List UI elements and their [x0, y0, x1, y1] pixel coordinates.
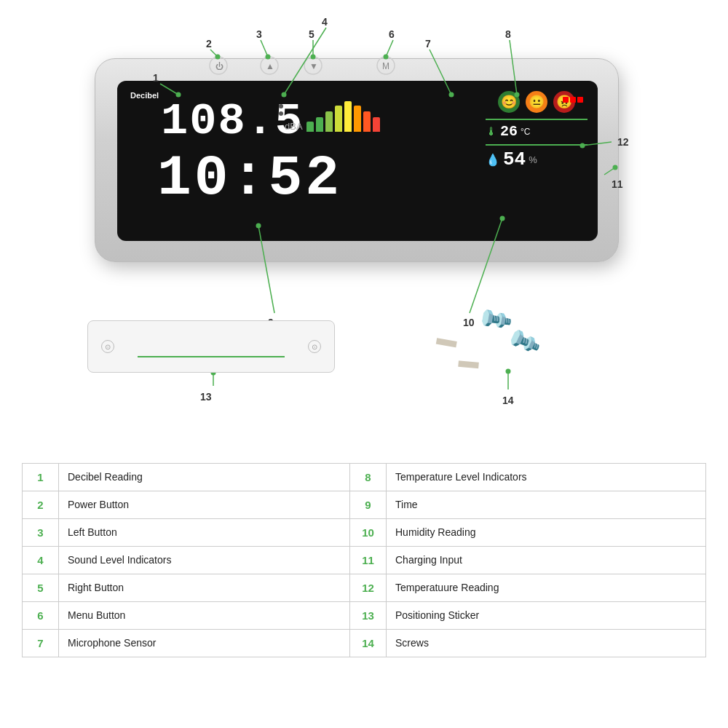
- anchor-2: ▬: [458, 349, 480, 373]
- table-area: 1 Decibel Reading 8 Temperature Level In…: [22, 463, 706, 657]
- sticker-hole-right: ⊙: [308, 340, 321, 353]
- sound-bars: [306, 101, 380, 132]
- svg-line-11: [210, 50, 218, 57]
- hum-unit: %: [529, 154, 537, 165]
- table-row: 5 Right Button 12 Temperatuure Reading: [23, 574, 705, 602]
- diagram-area: Decibel 108.5 dBA: [0, 0, 728, 459]
- table-row: 7 Microphone Sensor 14 Screws: [23, 630, 705, 657]
- sticker-line: [138, 356, 285, 357]
- row-num-left: 7: [23, 630, 59, 657]
- row-num-right: 11: [350, 547, 387, 574]
- row-label-left: Sound Level Indicators: [59, 547, 350, 574]
- row-num-right: 9: [350, 491, 387, 518]
- row-label-left: Decibel Reading: [59, 464, 350, 491]
- screen: Decibel 108.5 dBA: [117, 81, 598, 241]
- row-label-right: Screws: [387, 630, 705, 657]
- table-row: 2 Power Button 9 Time: [23, 491, 705, 519]
- row-num-right: 14: [350, 630, 387, 657]
- svg-text:6: 6: [389, 28, 395, 40]
- row-label-right: Temperatuure Reading: [387, 574, 705, 601]
- row-label-left: Menu Button: [59, 602, 350, 629]
- temp-row: 🌡 26 °C: [486, 119, 587, 140]
- mood-happy: 😊: [498, 91, 520, 113]
- svg-text:12: 12: [617, 136, 629, 148]
- table-row: 6 Menu Button 13 Positioning Sticker: [23, 602, 705, 630]
- row-num-right: 13: [350, 602, 387, 629]
- row-num-left: 4: [23, 547, 59, 574]
- hum-icon: 💧: [486, 153, 500, 167]
- row-num-right: 10: [350, 519, 387, 546]
- svg-text:5: 5: [309, 28, 314, 40]
- row-num-left: 6: [23, 602, 59, 629]
- row-label-right: Time: [387, 491, 705, 518]
- table-row: 3 Left Button 10 Humidity Reading: [23, 519, 705, 547]
- row-label-right: Charging Input: [387, 547, 705, 574]
- row-label-right: Humidity Reading: [387, 519, 705, 546]
- row-num-left: 1: [23, 464, 59, 491]
- temp-unit: °C: [521, 127, 530, 137]
- db-unit: dBA: [285, 121, 303, 132]
- row-label-right: Temperature Level Indicators: [387, 464, 705, 491]
- row-num-left: 5: [23, 574, 59, 601]
- svg-text:13: 13: [200, 391, 212, 403]
- time-display: 10:52: [157, 146, 342, 210]
- row-num-right: 8: [350, 464, 387, 491]
- anchor-1: ▬: [435, 326, 459, 352]
- db-label: Decibel: [130, 91, 159, 100]
- row-label-left: Left Button: [59, 519, 350, 546]
- hum-row: 💧 54 %: [486, 144, 587, 170]
- red-indicator: [563, 97, 583, 103]
- temp-value: 26: [500, 123, 518, 140]
- svg-text:7: 7: [425, 38, 431, 50]
- screw-2: 🔩: [506, 323, 543, 359]
- row-label-left: Power Button: [59, 491, 350, 518]
- positioning-sticker: ⊙ ⊙: [87, 320, 335, 373]
- screws-group: 🔩 🔩 ▬ ▬: [430, 306, 575, 400]
- svg-text:3: 3: [256, 28, 262, 40]
- two-dots: [279, 104, 283, 116]
- device-body: Decibel 108.5 dBA: [95, 58, 619, 262]
- row-label-right: Positioning Sticker: [387, 602, 705, 629]
- row-num-left: 3: [23, 519, 59, 546]
- row-label-left: Microphone Sensor: [59, 630, 350, 657]
- hum-value: 54: [503, 149, 526, 170]
- row-label-left: Right Button: [59, 574, 350, 601]
- temp-icon: 🌡: [486, 125, 497, 138]
- sticker-hole-left: ⊙: [101, 340, 114, 353]
- row-num-right: 12: [350, 574, 387, 601]
- svg-text:2: 2: [206, 38, 212, 50]
- db-number: 108.5: [161, 95, 304, 147]
- svg-line-14: [261, 40, 268, 57]
- mood-neutral: 😐: [526, 91, 547, 113]
- row-num-left: 2: [23, 491, 59, 518]
- svg-line-23: [386, 40, 393, 57]
- table-row: 4 Sound Level Indicators 11 Charging Inp…: [23, 547, 705, 574]
- svg-text:4: 4: [322, 16, 328, 28]
- svg-text:8: 8: [505, 28, 511, 40]
- right-panel: 😊 😐 😠 🌡 26 °C 💧 54: [486, 91, 587, 233]
- table-row: 1 Decibel Reading 8 Temperature Level In…: [23, 464, 705, 491]
